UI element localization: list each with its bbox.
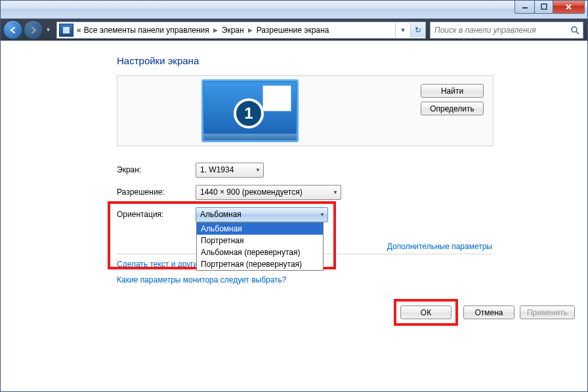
chevron-down-icon: ▼ (251, 167, 261, 173)
window-controls (515, 0, 585, 14)
orientation-label: Ориентация: (117, 210, 196, 219)
svg-line-3 (576, 31, 579, 34)
display-combo[interactable]: 1. W1934 ▼ (196, 163, 264, 178)
page-title: Настройки экрана (117, 55, 583, 66)
titlebar[interactable] (1, 1, 587, 19)
back-button[interactable] (3, 20, 22, 39)
resolution-label: Разрешение: (117, 187, 196, 197)
advanced-settings-link[interactable]: Дополнительные параметры (387, 242, 492, 251)
minimize-button[interactable] (514, 0, 535, 14)
window-frame: ▼ « Все элементы панели управления ▶ Экр… (0, 0, 588, 392)
orientation-option[interactable]: Альбомная (перевернутая) (197, 246, 323, 258)
monitor-number: 1 (234, 98, 264, 128)
orientation-combo[interactable]: Альбомная ▼ Альбомная Портретная Альбомн… (196, 207, 328, 222)
breadcrumb-separator: ▶ (245, 27, 255, 33)
breadcrumb-separator: ▶ (211, 27, 220, 33)
refresh-button[interactable]: ↻ (410, 23, 425, 37)
svg-rect-1 (541, 4, 547, 9)
forward-button[interactable] (24, 20, 43, 39)
dialog-buttons: ОК Отмена Применить (394, 299, 575, 326)
breadcrumb-prefix: « (75, 26, 83, 35)
text-size-link[interactable]: Сделать текст и другие (117, 260, 202, 269)
orientation-option[interactable]: Портретная (197, 235, 323, 246)
chevron-down-icon: ▼ (316, 212, 325, 218)
tutorial-highlight-box: ОК (394, 299, 458, 326)
orientation-value: Альбомная (200, 210, 242, 219)
find-button[interactable]: Найти (421, 84, 484, 98)
nav-history-dropdown[interactable]: ▼ (44, 23, 52, 37)
maximize-button[interactable] (534, 0, 553, 14)
help-link[interactable]: Какие параметры монитора следует выбрать… (117, 275, 287, 284)
display-value: 1. W1934 (200, 165, 234, 174)
apply-button[interactable]: Применить (520, 305, 575, 319)
settings-form: Экран: 1. W1934 ▼ Разрешение: 1440 × 900… (117, 161, 492, 224)
orientation-option[interactable]: Портретная (перевернутая) (197, 258, 323, 270)
monitor-thumbnail[interactable]: 1 (201, 79, 299, 142)
breadcrumb-item[interactable]: Разрешение экрана (255, 26, 331, 35)
content-area: Настройки экрана 1 Найти Определить Экра… (5, 43, 583, 387)
display-label: Экран: (117, 165, 196, 174)
orientation-dropdown: Альбомная Портретная Альбомная (переверн… (196, 222, 324, 271)
breadcrumb-item[interactable]: Все элементы панели управления (83, 26, 211, 35)
breadcrumb-item[interactable]: Экран (220, 26, 245, 35)
cancel-button[interactable]: Отмена (463, 305, 514, 319)
monitor-preview-box: 1 Найти Определить (117, 75, 494, 146)
preview-taskbar (203, 134, 297, 140)
identify-button[interactable]: Определить (421, 102, 484, 115)
resolution-value: 1440 × 900 (рекомендуется) (200, 187, 303, 197)
svg-rect-0 (522, 7, 528, 9)
chevron-down-icon: ▼ (329, 189, 338, 195)
search-box[interactable] (430, 22, 583, 39)
close-button[interactable] (553, 0, 585, 14)
search-icon[interactable] (567, 26, 583, 35)
ok-button[interactable]: ОК (400, 305, 452, 319)
orientation-option[interactable]: Альбомная (197, 223, 323, 235)
control-panel-icon (59, 24, 74, 37)
svg-point-2 (572, 27, 577, 32)
navigation-bar: ▼ « Все элементы панели управления ▶ Экр… (1, 19, 587, 41)
address-dropdown-button[interactable]: ▼ (395, 23, 410, 37)
resolution-combo[interactable]: 1440 × 900 (рекомендуется) ▼ (196, 185, 341, 200)
preview-window-icon (262, 85, 291, 111)
search-input[interactable] (430, 24, 567, 37)
address-bar[interactable]: « Все элементы панели управления ▶ Экран… (56, 22, 426, 39)
